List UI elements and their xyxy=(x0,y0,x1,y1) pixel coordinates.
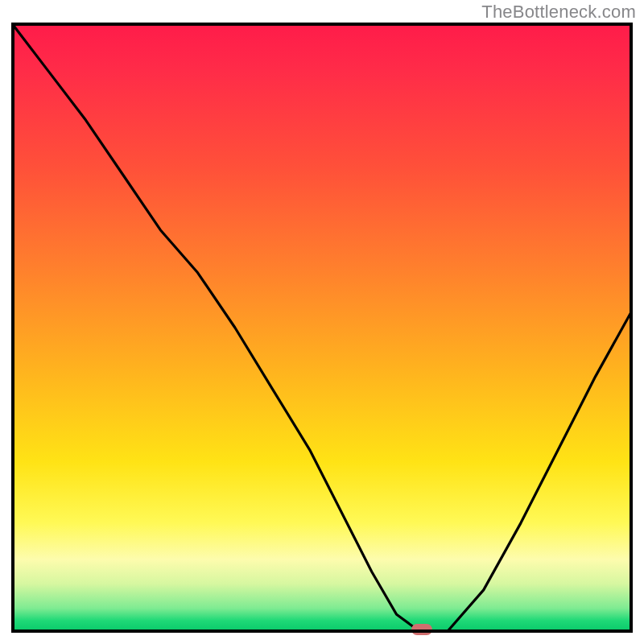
watermark-text: TheBottleneck.com xyxy=(481,2,636,23)
chart-container: TheBottleneck.com xyxy=(0,0,644,644)
plot-gradient-background xyxy=(11,23,633,633)
optimum-marker xyxy=(411,624,432,635)
